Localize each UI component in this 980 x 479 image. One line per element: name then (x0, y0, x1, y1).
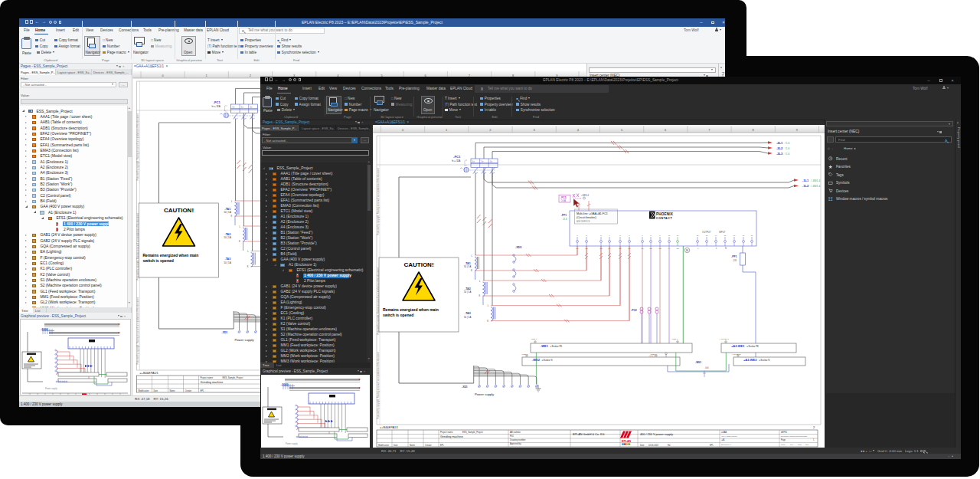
svg-text:50 | 5 A: 50 | 5 A (224, 236, 232, 239)
svg-text:=+B4&EPA1/1: =+B4&EPA1/1 (140, 372, 158, 375)
svg-text:ESS_Sample_Project: ESS_Sample_Project (223, 376, 243, 379)
svg-text:Name: Name (410, 444, 415, 447)
svg-text:-2L3: -2L3 (776, 152, 783, 156)
svg-text:-FC1: -FC1 (453, 155, 461, 159)
svg-text:5: 5 (619, 235, 621, 237)
svg-text:= Busbar N: = Busbar N (759, 359, 769, 362)
svg-text:/ 1.6: / 1.6 (785, 153, 789, 156)
svg-text:= Busbar PE: = Busbar PE (550, 345, 562, 348)
svg-text:-2.8: -2.8 (733, 259, 737, 262)
svg-text:E6: E6 (629, 248, 632, 250)
svg-text:7: 7 (642, 235, 643, 237)
svg-text:-TA1: -TA1 (225, 208, 231, 211)
svg-text:Grinding machine: Grinding machine (201, 381, 224, 384)
svg-text:4x6: 4x6 (705, 366, 709, 369)
svg-text:Project name: Project name (201, 376, 214, 379)
svg-text:N1: N1 (641, 248, 644, 250)
svg-text:E3: E3 (600, 248, 603, 250)
svg-text:K: K (471, 269, 472, 272)
svg-text:Modification: Modification (139, 389, 149, 392)
svg-text:EPLAN: EPLAN (622, 440, 632, 443)
svg-text:K: K (247, 265, 249, 268)
svg-text:-WE2.1: -WE2.1 (521, 353, 528, 356)
svg-text:Project name: Project name (440, 431, 453, 434)
svg-text:15: 15 (724, 235, 727, 237)
svg-text:=GAA: =GAA (721, 431, 727, 434)
svg-text:4: 4 (609, 235, 610, 237)
svg-text:L: L (247, 250, 249, 253)
svg-text:-1L1: -1L1 (802, 179, 809, 182)
svg-text:I>: I> (482, 160, 484, 163)
svg-text:N: N (725, 247, 727, 250)
svg-text:INPUT: INPUT (719, 231, 726, 234)
svg-text:400 / 230 V power supply: 400 / 230 V power supply (640, 433, 673, 436)
svg-text:-1L2: -1L2 (802, 184, 809, 188)
svg-text:Protected by copyright. Passin: Protected by copyright. Passing on as we… (136, 297, 139, 364)
svg-text:17: 17 (743, 235, 745, 237)
svg-text:50 | 5 A: 50 | 5 A (464, 316, 472, 319)
svg-text:L: L (240, 225, 241, 228)
svg-text:(Circuit breaker): (Circuit breaker) (577, 216, 596, 219)
svg-text:Protected by copyright. Passin: Protected by copyright. Passing on as we… (377, 352, 380, 418)
svg-text:M: M (686, 249, 688, 252)
svg-text:+A2-WE2: +A2-WE2 (743, 358, 757, 362)
svg-text:/ 1.6: / 1.6 (785, 142, 789, 145)
svg-text:E1: E1 (577, 248, 580, 250)
svg-text:N2: N2 (649, 248, 652, 250)
svg-text:= Busbar N: = Busbar N (541, 359, 552, 362)
svg-text:CAUTION!: CAUTION! (164, 207, 194, 214)
svg-text:EPL: EPL (201, 389, 204, 392)
svg-text:-XD5: -XD5 (515, 246, 521, 249)
svg-text:I>: I> (241, 106, 243, 109)
svg-text:Modification: Modification (378, 444, 389, 447)
svg-text:I>: I> (490, 160, 492, 163)
svg-text:14: 14 (715, 235, 717, 237)
svg-text:-XD1: -XD1 (222, 331, 228, 334)
svg-text:Remains energized when main: Remains energized when main (143, 253, 199, 258)
svg-text:Power supply: Power supply (235, 338, 255, 342)
svg-text:16: 16 (733, 235, 736, 237)
svg-text:+A1: +A1 (721, 438, 725, 441)
svg-text:-PC2: -PC2 (631, 309, 637, 312)
svg-text:2: 2 (586, 235, 587, 237)
svg-text:Multi-line: =GAA+A1-FC5: Multi-line: =GAA+A1-FC5 (577, 212, 608, 215)
svg-text:-2L2: -2L2 (776, 146, 783, 150)
svg-text:CONTACT: CONTACT (656, 217, 672, 220)
svg-text:Power supply: Power supply (45, 387, 57, 390)
svg-text:In = 32A: In = 32A (452, 159, 460, 162)
svg-text:18: 18 (751, 235, 753, 237)
svg-text:/ 1.6: / 1.6 (785, 147, 789, 150)
svg-text:Approved by: Approved by (510, 442, 521, 445)
svg-text:-: - (707, 248, 707, 250)
svg-text:-WE1: -WE1 (541, 344, 549, 348)
svg-text:21.8: 21.8 (563, 218, 567, 221)
svg-text:8: 8 (650, 235, 652, 237)
svg-text:Power supply: Power supply (286, 442, 298, 445)
svg-text:16 A: 16 A (561, 199, 566, 202)
svg-text:=+B4&EPA1/1: =+B4&EPA1/1 (380, 426, 398, 429)
svg-text:6: 6 (629, 235, 630, 237)
svg-text:Page: Page (781, 444, 786, 446)
svg-text:L: L (488, 304, 489, 307)
svg-text:+A2-WE1: +A2-WE1 (731, 344, 745, 348)
svg-text:L: L (472, 254, 473, 258)
svg-text:Protected by copyright. Passin: Protected by copyright. Passing on as we… (377, 168, 380, 235)
svg-text:-2000: -2000 (41, 328, 48, 331)
svg-text:I>: I> (472, 160, 475, 163)
svg-text:-2000: -2000 (281, 382, 289, 385)
svg-text:-TA3: -TA3 (465, 312, 471, 315)
svg-text:13: 13 (706, 235, 708, 237)
svg-text:switch is opened: switch is opened (143, 258, 174, 263)
svg-text:Power supply: Power supply (475, 392, 495, 396)
svg-text:L: L (479, 280, 481, 283)
svg-text:OUTPUT: OUTPUT (702, 231, 711, 234)
svg-text:-PF1: -PF1 (731, 255, 737, 258)
svg-text:In = 32A: In = 32A (212, 105, 220, 108)
svg-text:E2: E2 (586, 248, 589, 250)
svg-text:E4: E4 (609, 248, 612, 250)
svg-text:-TA1: -TA1 (465, 262, 471, 265)
svg-text:+A2-WE2.1: +A2-WE2.1 (731, 353, 741, 356)
svg-text:Date: Date (154, 389, 158, 392)
svg-text:K: K (239, 240, 240, 243)
svg-text:PE: PE (676, 248, 679, 250)
